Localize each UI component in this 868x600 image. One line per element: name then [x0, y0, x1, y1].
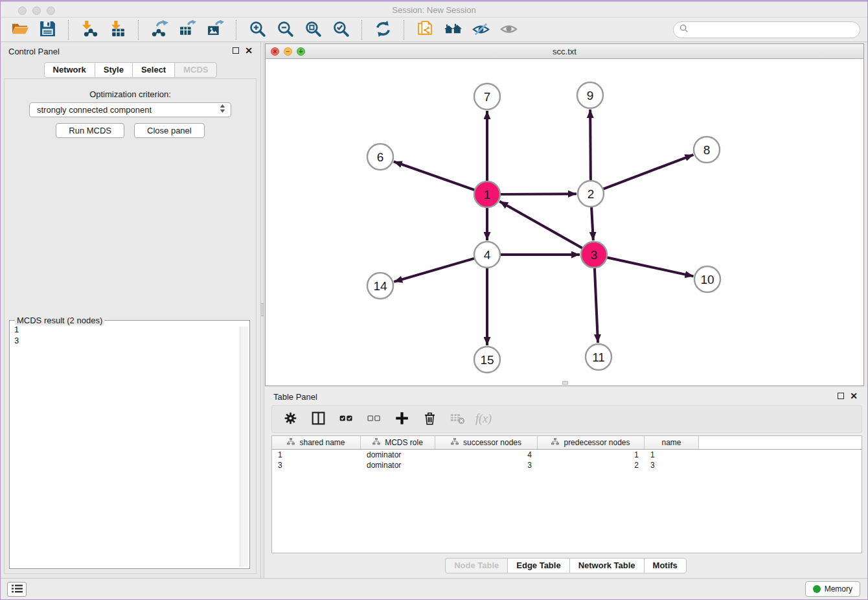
node-2[interactable]: 2 — [578, 181, 604, 207]
close-panel-button[interactable]: Close panel — [134, 123, 205, 138]
edge-2-8[interactable] — [603, 155, 694, 189]
edge-4-14[interactable] — [394, 259, 475, 282]
column-header-successor-nodes[interactable]: successor nodes — [435, 436, 538, 449]
deselect-all-checkboxes-button[interactable] — [364, 410, 383, 429]
node-10[interactable]: 10 — [694, 266, 720, 292]
svg-text:9: 9 — [587, 89, 594, 102]
search-icon — [680, 24, 689, 36]
cell-shared-name[interactable]: 1 — [272, 450, 361, 460]
run-mcds-button[interactable]: Run MCDS — [56, 123, 124, 138]
export-network-button[interactable] — [147, 19, 172, 40]
hide-selected-button[interactable] — [468, 19, 493, 40]
result-scrollbar[interactable] — [240, 327, 248, 567]
column-header-predecessor-nodes[interactable]: predecessor nodes — [538, 436, 645, 449]
tab-network[interactable]: Network — [44, 62, 95, 78]
node-3[interactable]: 3 — [581, 242, 607, 268]
zoom-fit-icon — [304, 20, 322, 40]
edge-3-11[interactable] — [595, 268, 598, 343]
cell-predecessor-nodes[interactable]: 1 — [538, 450, 645, 460]
search-input[interactable] — [691, 23, 860, 36]
tab-mcds[interactable]: MCDS — [174, 62, 217, 78]
cell-MCDS-role[interactable]: dominator — [361, 460, 435, 470]
tab-style[interactable]: Style — [95, 62, 133, 78]
cell-name[interactable]: 1 — [645, 450, 699, 460]
memory-button[interactable]: Memory — [805, 581, 860, 597]
column-type-icon — [451, 438, 459, 447]
show-all-button[interactable] — [496, 19, 521, 40]
cell-shared-name[interactable]: 3 — [272, 460, 361, 470]
node-4[interactable]: 4 — [474, 242, 500, 268]
import-table-button[interactable] — [105, 19, 130, 40]
close-table-panel-icon[interactable]: ✕ — [850, 392, 858, 400]
node-11[interactable]: 11 — [586, 344, 611, 370]
settings-button[interactable] — [280, 410, 300, 429]
column-type-icon — [551, 438, 559, 447]
table-tab-edge-table[interactable]: Edge Table — [507, 558, 569, 573]
tab-select[interactable]: Select — [132, 62, 175, 78]
edge-1-6[interactable] — [394, 161, 475, 190]
import-network-button[interactable] — [77, 19, 102, 40]
cell-predecessor-nodes[interactable]: 2 — [538, 460, 645, 470]
node-14[interactable]: 14 — [367, 273, 393, 299]
delete-row-button[interactable] — [420, 410, 439, 429]
float-table-panel-icon[interactable] — [838, 393, 844, 399]
export-network-icon — [151, 20, 168, 40]
node-6[interactable]: 6 — [367, 144, 393, 170]
svg-text:10: 10 — [700, 273, 714, 286]
task-history-button[interactable] — [7, 582, 27, 597]
zoom-in-button[interactable] — [245, 19, 269, 40]
zoom-out-button[interactable] — [273, 19, 297, 40]
toolbar-separator — [404, 20, 404, 40]
cell-successor-nodes[interactable]: 4 — [435, 450, 538, 460]
cell-name[interactable]: 3 — [645, 460, 699, 470]
network-overview-button[interactable] — [440, 19, 465, 40]
copy-network-style-icon — [417, 20, 434, 40]
node-1[interactable]: 1 — [474, 181, 500, 207]
table-row[interactable]: 3dominator323 — [272, 460, 862, 470]
open-file-button[interactable] — [7, 19, 32, 40]
node-9[interactable]: 9 — [577, 82, 603, 108]
zoom-selected-button[interactable] — [328, 19, 353, 40]
edge-2-9[interactable] — [590, 110, 591, 181]
edge-2-3[interactable] — [591, 207, 593, 240]
export-table-button[interactable] — [175, 19, 200, 40]
table-row[interactable]: 1dominator411 — [272, 450, 862, 460]
control-panel-header: Control Panel ✕ — [1, 43, 260, 60]
column-header-name[interactable]: name — [645, 436, 699, 449]
node-7[interactable]: 7 — [474, 84, 500, 110]
table-panel-header: Table Panel ✕ — [266, 389, 868, 406]
canvas-grip[interactable] — [562, 381, 568, 385]
select-all-checkboxes-button[interactable] — [336, 410, 356, 429]
delete-table-icon — [450, 411, 465, 428]
network-canvas[interactable]: 7968124314101511 — [266, 59, 863, 386]
float-panel-icon[interactable] — [233, 47, 239, 54]
edge-1-2[interactable] — [500, 194, 577, 194]
node-8[interactable]: 8 — [694, 137, 720, 163]
cell-MCDS-role[interactable]: dominator — [361, 450, 435, 460]
search-box[interactable] — [673, 21, 860, 38]
delete-row-icon — [422, 411, 437, 428]
network-graph: 7968124314101511 — [266, 59, 863, 385]
column-header-shared-name[interactable]: shared name — [272, 436, 361, 449]
close-panel-icon[interactable]: ✕ — [245, 47, 253, 54]
save-session-button[interactable] — [35, 19, 60, 40]
edge-3-1[interactable] — [499, 202, 582, 248]
column-header-MCDS-role[interactable]: MCDS role — [361, 436, 435, 449]
apply-preferred-layout-button[interactable] — [371, 19, 395, 40]
copy-network-style-button[interactable] — [413, 19, 437, 40]
select-all-checkboxes-icon — [339, 411, 354, 428]
table-tab-node-table[interactable]: Node Table — [445, 558, 508, 573]
table-toolbar: f(x) — [271, 405, 862, 433]
control-panel-title: Control Panel — [8, 47, 60, 56]
splitter-grip[interactable] — [261, 303, 264, 316]
export-image-button[interactable] — [203, 19, 227, 40]
columns-button[interactable] — [308, 410, 328, 429]
node-15[interactable]: 15 — [474, 347, 500, 373]
table-tab-network-table[interactable]: Network Table — [569, 558, 645, 573]
cell-successor-nodes[interactable]: 3 — [435, 460, 538, 470]
edge-3-10[interactable] — [607, 257, 694, 276]
add-row-button[interactable] — [392, 410, 411, 429]
table-tab-motifs[interactable]: Motifs — [644, 558, 687, 573]
zoom-fit-button[interactable] — [301, 19, 325, 40]
criterion-dropdown[interactable]: strongly connected component — [29, 102, 231, 117]
